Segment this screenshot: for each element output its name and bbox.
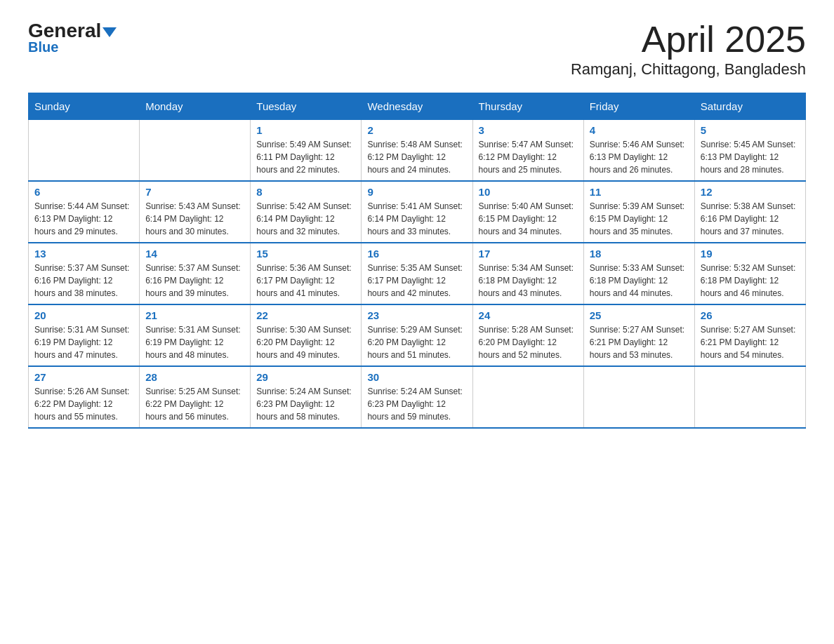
day-info: Sunrise: 5:25 AM Sunset: 6:22 PM Dayligh… <box>145 385 244 423</box>
day-info: Sunrise: 5:26 AM Sunset: 6:22 PM Dayligh… <box>34 385 133 423</box>
day-info: Sunrise: 5:27 AM Sunset: 6:21 PM Dayligh… <box>701 323 800 361</box>
calendar-cell: 21Sunrise: 5:31 AM Sunset: 6:19 PM Dayli… <box>140 304 251 366</box>
day-number: 18 <box>590 248 689 260</box>
weekday-header-tuesday: Tuesday <box>251 93 362 120</box>
calendar-cell: 4Sunrise: 5:46 AM Sunset: 6:13 PM Daylig… <box>583 120 694 182</box>
day-number: 3 <box>479 124 578 136</box>
calendar-cell: 28Sunrise: 5:25 AM Sunset: 6:22 PM Dayli… <box>140 366 251 428</box>
day-info: Sunrise: 5:24 AM Sunset: 6:23 PM Dayligh… <box>256 385 355 423</box>
day-info: Sunrise: 5:34 AM Sunset: 6:18 PM Dayligh… <box>479 262 578 300</box>
calendar-cell: 10Sunrise: 5:40 AM Sunset: 6:15 PM Dayli… <box>472 181 583 243</box>
day-info: Sunrise: 5:35 AM Sunset: 6:17 PM Dayligh… <box>367 262 466 300</box>
day-number: 16 <box>367 248 466 260</box>
day-number: 20 <box>34 309 133 321</box>
calendar-week-row: 1Sunrise: 5:49 AM Sunset: 6:11 PM Daylig… <box>29 120 806 182</box>
day-number: 24 <box>479 309 578 321</box>
day-number: 13 <box>34 248 133 260</box>
weekday-header-wednesday: Wednesday <box>362 93 472 120</box>
calendar-cell: 26Sunrise: 5:27 AM Sunset: 6:21 PM Dayli… <box>694 304 805 366</box>
location: Ramganj, Chittagong, Bangladesh <box>571 60 806 79</box>
day-info: Sunrise: 5:40 AM Sunset: 6:15 PM Dayligh… <box>479 200 578 238</box>
day-number: 14 <box>145 248 244 260</box>
day-number: 4 <box>590 124 689 136</box>
calendar-cell <box>472 366 583 428</box>
weekday-header-saturday: Saturday <box>694 93 805 120</box>
logo-general: General <box>28 21 117 41</box>
day-number: 7 <box>145 186 244 198</box>
day-number: 1 <box>256 124 355 136</box>
day-info: Sunrise: 5:33 AM Sunset: 6:18 PM Dayligh… <box>590 262 689 300</box>
day-info: Sunrise: 5:42 AM Sunset: 6:14 PM Dayligh… <box>256 200 355 238</box>
day-info: Sunrise: 5:37 AM Sunset: 6:16 PM Dayligh… <box>34 262 133 300</box>
day-info: Sunrise: 5:38 AM Sunset: 6:16 PM Dayligh… <box>701 200 800 238</box>
calendar-cell: 9Sunrise: 5:41 AM Sunset: 6:14 PM Daylig… <box>362 181 472 243</box>
day-info: Sunrise: 5:36 AM Sunset: 6:17 PM Dayligh… <box>256 262 355 300</box>
month-title: April 2025 <box>571 21 806 58</box>
calendar-cell: 18Sunrise: 5:33 AM Sunset: 6:18 PM Dayli… <box>583 243 694 304</box>
day-number: 23 <box>367 309 466 321</box>
logo: General Blue <box>28 21 117 55</box>
weekday-header-sunday: Sunday <box>29 93 140 120</box>
logo-blue: Blue <box>28 39 58 55</box>
day-info: Sunrise: 5:24 AM Sunset: 6:23 PM Dayligh… <box>367 385 466 423</box>
calendar-cell: 5Sunrise: 5:45 AM Sunset: 6:13 PM Daylig… <box>694 120 805 182</box>
day-number: 6 <box>34 186 133 198</box>
calendar-cell: 8Sunrise: 5:42 AM Sunset: 6:14 PM Daylig… <box>251 181 362 243</box>
weekday-header-row: SundayMondayTuesdayWednesdayThursdayFrid… <box>29 93 806 120</box>
day-number: 26 <box>701 309 800 321</box>
day-number: 10 <box>479 186 578 198</box>
calendar-week-row: 13Sunrise: 5:37 AM Sunset: 6:16 PM Dayli… <box>29 243 806 304</box>
day-info: Sunrise: 5:28 AM Sunset: 6:20 PM Dayligh… <box>479 323 578 361</box>
day-number: 28 <box>145 371 244 383</box>
calendar-week-row: 20Sunrise: 5:31 AM Sunset: 6:19 PM Dayli… <box>29 304 806 366</box>
day-info: Sunrise: 5:30 AM Sunset: 6:20 PM Dayligh… <box>256 323 355 361</box>
day-number: 17 <box>479 248 578 260</box>
calendar-cell: 1Sunrise: 5:49 AM Sunset: 6:11 PM Daylig… <box>251 120 362 182</box>
day-info: Sunrise: 5:31 AM Sunset: 6:19 PM Dayligh… <box>34 323 133 361</box>
day-number: 29 <box>256 371 355 383</box>
calendar-week-row: 27Sunrise: 5:26 AM Sunset: 6:22 PM Dayli… <box>29 366 806 428</box>
calendar-cell: 14Sunrise: 5:37 AM Sunset: 6:16 PM Dayli… <box>140 243 251 304</box>
day-number: 22 <box>256 309 355 321</box>
calendar-cell: 6Sunrise: 5:44 AM Sunset: 6:13 PM Daylig… <box>29 181 140 243</box>
calendar-cell: 23Sunrise: 5:29 AM Sunset: 6:20 PM Dayli… <box>362 304 472 366</box>
weekday-header-friday: Friday <box>583 93 694 120</box>
calendar-cell: 13Sunrise: 5:37 AM Sunset: 6:16 PM Dayli… <box>29 243 140 304</box>
day-info: Sunrise: 5:45 AM Sunset: 6:13 PM Dayligh… <box>701 138 800 176</box>
calendar-cell: 19Sunrise: 5:32 AM Sunset: 6:18 PM Dayli… <box>694 243 805 304</box>
day-info: Sunrise: 5:41 AM Sunset: 6:14 PM Dayligh… <box>367 200 466 238</box>
calendar-cell: 24Sunrise: 5:28 AM Sunset: 6:20 PM Dayli… <box>472 304 583 366</box>
calendar-cell: 11Sunrise: 5:39 AM Sunset: 6:15 PM Dayli… <box>583 181 694 243</box>
day-info: Sunrise: 5:47 AM Sunset: 6:12 PM Dayligh… <box>479 138 578 176</box>
day-info: Sunrise: 5:46 AM Sunset: 6:13 PM Dayligh… <box>590 138 689 176</box>
calendar-cell: 12Sunrise: 5:38 AM Sunset: 6:16 PM Dayli… <box>694 181 805 243</box>
day-info: Sunrise: 5:48 AM Sunset: 6:12 PM Dayligh… <box>367 138 466 176</box>
weekday-header-thursday: Thursday <box>472 93 583 120</box>
logo-triangle-icon <box>102 27 117 37</box>
calendar-cell: 20Sunrise: 5:31 AM Sunset: 6:19 PM Dayli… <box>29 304 140 366</box>
calendar-cell: 7Sunrise: 5:43 AM Sunset: 6:14 PM Daylig… <box>140 181 251 243</box>
calendar-cell <box>583 366 694 428</box>
day-info: Sunrise: 5:43 AM Sunset: 6:14 PM Dayligh… <box>145 200 244 238</box>
day-number: 12 <box>701 186 800 198</box>
day-number: 30 <box>367 371 466 383</box>
day-info: Sunrise: 5:29 AM Sunset: 6:20 PM Dayligh… <box>367 323 466 361</box>
calendar-cell: 16Sunrise: 5:35 AM Sunset: 6:17 PM Dayli… <box>362 243 472 304</box>
day-info: Sunrise: 5:44 AM Sunset: 6:13 PM Dayligh… <box>34 200 133 238</box>
calendar-cell: 29Sunrise: 5:24 AM Sunset: 6:23 PM Dayli… <box>251 366 362 428</box>
page-header: General Blue April 2025 Ramganj, Chittag… <box>28 21 806 79</box>
day-info: Sunrise: 5:49 AM Sunset: 6:11 PM Dayligh… <box>256 138 355 176</box>
day-info: Sunrise: 5:27 AM Sunset: 6:21 PM Dayligh… <box>590 323 689 361</box>
day-number: 27 <box>34 371 133 383</box>
day-number: 5 <box>701 124 800 136</box>
day-number: 11 <box>590 186 689 198</box>
calendar-cell: 25Sunrise: 5:27 AM Sunset: 6:21 PM Dayli… <box>583 304 694 366</box>
day-info: Sunrise: 5:32 AM Sunset: 6:18 PM Dayligh… <box>701 262 800 300</box>
calendar-cell: 30Sunrise: 5:24 AM Sunset: 6:23 PM Dayli… <box>362 366 472 428</box>
day-number: 2 <box>367 124 466 136</box>
day-number: 21 <box>145 309 244 321</box>
calendar-cell <box>140 120 251 182</box>
day-number: 19 <box>701 248 800 260</box>
day-number: 25 <box>590 309 689 321</box>
calendar-week-row: 6Sunrise: 5:44 AM Sunset: 6:13 PM Daylig… <box>29 181 806 243</box>
